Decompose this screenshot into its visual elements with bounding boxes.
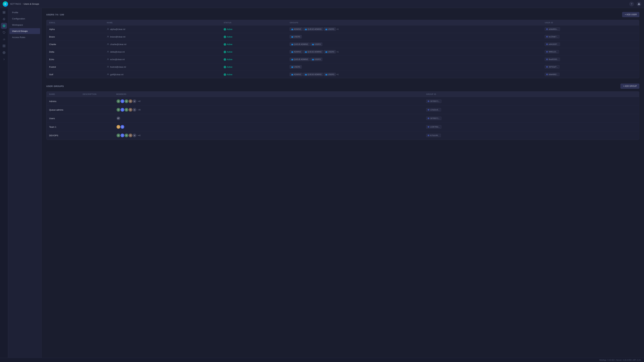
group-id-badge: ID c14a3cc6... (426, 108, 441, 111)
user-name: Golf (49, 73, 53, 76)
puzzle-icon[interactable] (1, 29, 7, 35)
status-badge: Active (224, 43, 232, 45)
table-row[interactable]: Team 1ad ID e106769e... (46, 123, 639, 131)
group-badge: 👥 USERS (324, 27, 336, 31)
groups-extra: +1 (336, 51, 338, 53)
members-extra: +36 (138, 109, 140, 111)
status-badge: Active (224, 73, 232, 76)
breadcrumb-root[interactable]: SETTINGS (10, 3, 21, 5)
col-groups: GROUPS (287, 20, 542, 25)
user-email: foxtrot@clear.ml (107, 66, 218, 68)
user-name: Delta (49, 51, 54, 53)
sidebar: Profile Configuration Workspace Users & … (8, 8, 42, 358)
table-row[interactable]: Charlie charlie@clear.ml Active 👥 QUEUE … (46, 40, 639, 48)
users-section-header: USERS 74 / 100 + ADD USER (46, 12, 639, 17)
user-email: delta@clear.ml (107, 51, 218, 53)
users-section-title: USERS 74 / 100 (46, 13, 64, 16)
avatar: G (124, 133, 129, 138)
table-row[interactable]: Delta delta@clear.ml Active 👥 ADMINS 👥 Q… (46, 48, 639, 56)
group-badge: 👥 QUEUE ADMINS (290, 42, 310, 46)
group-id-badge: ID 30795571... (426, 117, 442, 120)
group-badge: 👥 ADMINS (290, 27, 302, 31)
user-id-badge: ID bfde6882... (545, 73, 560, 76)
group-description (80, 97, 114, 106)
user-id-badge: ID f8f86120... (545, 50, 559, 53)
member-avatars: ad (116, 125, 421, 129)
breadcrumb-separator: / (22, 3, 23, 5)
add-group-button[interactable]: + ADD GROUP (620, 84, 639, 89)
member-avatars: 67 (116, 116, 421, 120)
chart-icon[interactable] (1, 36, 7, 42)
groups-extra: +1 (336, 73, 338, 75)
group-badge: 👥 USERS (324, 73, 336, 76)
sidebar-item-profile[interactable]: Profile (10, 9, 40, 15)
group-badge: 👥 USERS (290, 65, 302, 68)
avatar: a (116, 125, 120, 129)
members-extra: +42 (138, 100, 140, 102)
avatar: G (124, 99, 129, 103)
breadcrumb: SETTINGS / Users & Groups (10, 3, 39, 5)
sidebar-item-configuration[interactable]: Configuration (10, 16, 40, 22)
users-table: EMAIL NAME STATUS GROUPS USER ID Alpha a… (46, 20, 639, 78)
group-badge: 👥 QUEUE ADMINS (303, 73, 323, 76)
group-badge: 👥 QUEUE ADMINS (290, 58, 310, 61)
members-extra: +42 (138, 135, 140, 136)
group-description (80, 131, 114, 140)
col-group-description: DESCRIPTION (80, 91, 114, 97)
user-email: bravo@clear.ml (107, 35, 218, 38)
layers-icon[interactable] (1, 23, 7, 29)
grid-icon[interactable] (1, 43, 7, 49)
sidebar-item-users-groups[interactable]: Users & Groups (10, 28, 40, 34)
group-badge: 👥 USERS (310, 42, 322, 46)
add-user-button[interactable]: + ADD USER (622, 12, 639, 17)
logo: C (3, 1, 8, 7)
table-row[interactable]: Foxtrot foxtrot@clear.ml Active 👥 USERS … (46, 63, 639, 71)
table-row[interactable]: Alpha alpha@clear.ml Active 👥 ADMINS 👥 Q… (46, 25, 639, 33)
user-name: Bravo (49, 35, 55, 38)
group-name: Users (49, 117, 55, 120)
table-row[interactable]: Queue adminsGIGOn+36 ID c14a3cc6... (46, 106, 639, 114)
member-avatars: GIGOn+42 (116, 133, 421, 138)
table-row[interactable]: AdminsGIGOn+42 ID 30795571... (46, 97, 639, 106)
group-id-badge: ID fc7cb149... (426, 134, 441, 137)
svg-rect-14 (3, 46, 4, 47)
avatar: O (128, 133, 133, 138)
target-icon[interactable] (1, 50, 7, 56)
svg-marker-5 (3, 18, 5, 20)
group-description (80, 106, 114, 114)
user-email: charlie@clear.ml (107, 43, 218, 45)
table-row[interactable]: DEVOPSGIGOn+42 ID fc7cb149... (46, 131, 639, 140)
sidebar-item-workspace[interactable]: Workspace (10, 22, 40, 28)
status-badge: Active (224, 51, 232, 53)
user-email: golf@clear.ml (107, 73, 218, 76)
avatar: G (116, 99, 120, 103)
avatar: G (116, 108, 120, 112)
group-badge: 👥 ADMINS (290, 50, 302, 53)
avatar: n (132, 133, 137, 138)
user-id-badge: ID 8ea95393... (545, 58, 560, 61)
help-icon[interactable]: ? (629, 2, 634, 6)
group-name: Admins (49, 100, 56, 103)
user-avatar[interactable] (636, 2, 641, 6)
group-description (80, 114, 114, 123)
svg-rect-12 (4, 45, 5, 45)
home-icon[interactable] (1, 9, 7, 15)
table-row[interactable]: Users67 ID 30795571... (46, 114, 639, 123)
col-status: STATUS (221, 20, 287, 25)
group-name: Queue admins (49, 109, 64, 111)
arrow-right-icon[interactable] (1, 56, 7, 62)
table-row[interactable]: Golf golf@clear.ml Active 👥 ADMINS 👥 QUE… (46, 71, 639, 78)
avatar: I (120, 108, 124, 112)
group-badge: 👥 QUEUE ADMINS (303, 50, 323, 53)
table-row[interactable]: Echo echo@clear.ml Active 👥 QUEUE ADMINS… (46, 56, 639, 63)
lightning-icon[interactable] (1, 16, 7, 22)
topbar: C SETTINGS / Users & Groups ? (0, 0, 644, 8)
sidebar-item-access-rules[interactable]: Access Rules (10, 34, 40, 40)
avatar: I (120, 99, 124, 103)
table-row[interactable]: Bravo bravo@clear.ml Active 👥 USERS ID b… (46, 33, 639, 40)
user-id-badge: ID a5db882c... (545, 27, 560, 31)
user-email: alpha@clear.ml (107, 28, 218, 30)
status-badge: Active (224, 58, 232, 61)
user-name: Alpha (49, 28, 55, 30)
user-email: echo@clear.ml (107, 58, 218, 61)
